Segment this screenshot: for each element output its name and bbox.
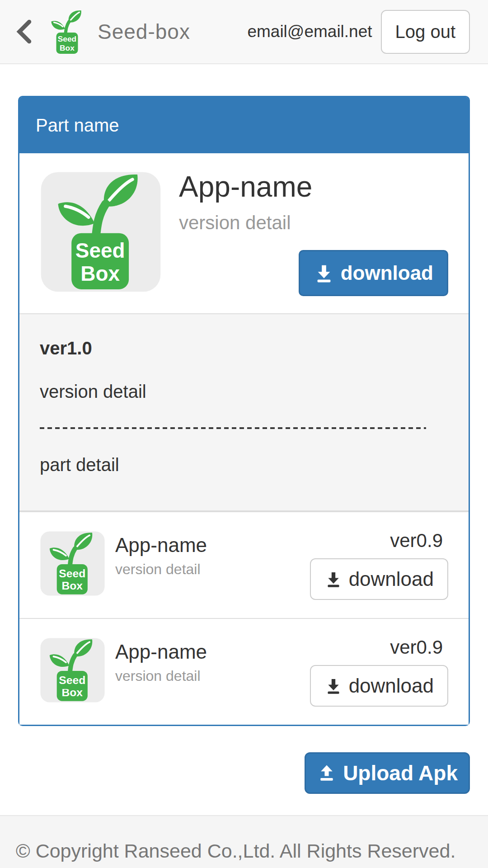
download-button-primary[interactable]: download (299, 250, 448, 296)
download-button-label: download (341, 262, 433, 284)
footer: © Copyright Ranseed Co.,Ltd. All Rights … (0, 815, 488, 868)
version-number: ver1.0 (40, 338, 448, 359)
copyright-text: © Copyright Ranseed Co.,Ltd. All Rights … (16, 840, 455, 862)
panel-title: Part name (19, 97, 469, 153)
chevron-left-icon (14, 19, 33, 45)
app-version-detail: version detail (179, 212, 448, 234)
item-app-name: App-name (115, 534, 207, 557)
brand-title: Seed-box (98, 19, 190, 44)
user-email: email@email.net (247, 22, 372, 41)
item-version-detail: version detail (115, 561, 207, 577)
logo-text-line2: Box (80, 262, 120, 285)
seedbox-logo-icon: Seed Box (44, 9, 90, 56)
app-list-row: Seed Box App-name version detail ver0.9 … (19, 618, 469, 725)
download-button-label: download (349, 568, 434, 590)
logo-text-line2: Box (60, 43, 75, 52)
app-logo-icon: Seed Box (40, 637, 105, 703)
logo-text-line2: Box (61, 580, 83, 592)
app-logo-icon: Seed Box (40, 170, 162, 293)
item-version-number: ver0.9 (390, 637, 448, 658)
logo-text-line2: Box (61, 687, 83, 699)
upload-apk-button[interactable]: Upload Apk (305, 752, 470, 794)
version-notes: ver1.0 version detail part detail (19, 313, 469, 511)
back-button[interactable] (14, 18, 34, 45)
download-button-outline[interactable]: download (310, 558, 448, 600)
item-version-number: ver0.9 (390, 530, 448, 551)
logo-text-line1: Seed (59, 567, 85, 580)
download-icon (324, 570, 343, 588)
app-list-row: Seed Box App-name version detail ver0.9 … (19, 511, 469, 618)
logo-text-line1: Seed (75, 239, 125, 262)
item-version-detail: version detail (115, 668, 207, 684)
download-button-outline[interactable]: download (310, 665, 448, 707)
app-logo-icon: Seed Box (40, 530, 105, 597)
navbar: Seed Box Seed-box email@email.net Log ou… (0, 0, 488, 64)
featured-app: Seed Box App-name version detail downloa… (19, 153, 469, 313)
logout-button[interactable]: Log out (381, 10, 470, 54)
upload-icon (317, 763, 337, 783)
download-icon (314, 263, 334, 283)
download-icon (324, 677, 343, 695)
main-content: Part name Seed Box App-name version d (0, 64, 488, 794)
download-button-label: download (349, 675, 434, 697)
part-detail-text: part detail (40, 454, 448, 475)
item-app-name: App-name (115, 641, 207, 663)
app-name-title: App-name (179, 170, 448, 203)
logo-text-line1: Seed (58, 34, 76, 43)
logo-text-line1: Seed (59, 674, 85, 686)
dashed-divider (40, 427, 426, 429)
upload-button-label: Upload Apk (343, 761, 458, 785)
part-panel: Part name Seed Box App-name version d (18, 96, 470, 726)
version-detail-text: version detail (40, 381, 448, 402)
